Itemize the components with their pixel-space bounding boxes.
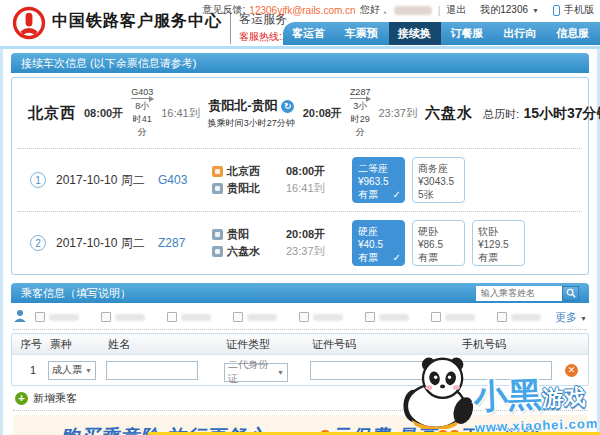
col-id-number: 证件号码 (310, 337, 460, 352)
separator: | (438, 5, 441, 16)
chevron-down-icon: ▼ (85, 367, 92, 374)
col-id-type: 证件类型 (224, 337, 310, 352)
arrow-line-icon (131, 98, 153, 99)
departure-station-icon (212, 166, 223, 177)
add-passenger-button[interactable]: + 新增乘客 (15, 391, 585, 406)
seat-option-second-class[interactable]: 二等座 ¥963.5 有票 ✓ (352, 157, 405, 203)
transfer-duration-note: 换乘时间3小时27分钟 (208, 117, 295, 130)
seat-option-business-class[interactable]: 商务座 ¥3043.5 5张 (412, 157, 465, 203)
dotted-divider (13, 329, 587, 330)
leg2-duration: 3小时29分 (350, 100, 371, 139)
tab-ticket-booking[interactable]: 车票预订 (336, 22, 389, 45)
journey-summary: 北京西 08:00开 G403 8小时41分 16:41到 贵阳北-贵阳 ↻ 换… (12, 78, 588, 148)
top-header: 中国铁路客户服务中心 客运服务 客服热线:12306 意见反馈: 12306yj… (0, 0, 600, 46)
arr-time: 16:41到 (286, 180, 348, 197)
delete-passenger-icon[interactable]: ✕ (565, 364, 578, 377)
train-row-g403: 1 2017-10-10 周二 G403 北京西 贵阳北 08:00开 16:4… (12, 149, 588, 211)
chevron-down-icon[interactable]: ▼ (532, 7, 539, 14)
id-type-select[interactable]: 二代身份证▼ (224, 363, 288, 382)
tab-meal-service[interactable]: 订餐服务 (441, 22, 494, 45)
passenger-table-header: 序号 票种 姓名 证件类型 证件号码 手机号码 (12, 334, 588, 355)
arr-station-name: 贵阳北 (227, 180, 260, 197)
leg1: G403 8小时41分 (131, 87, 153, 139)
person-icon (13, 309, 27, 325)
seat-option-soft-sleeper[interactable]: 软卧 ¥129.5 有票 (472, 220, 525, 266)
total-duration: 总历时: 15小时37分钟 (483, 104, 600, 123)
total-duration-value: 15小时37分钟 (523, 105, 600, 121)
arrival-station-icon (212, 246, 223, 257)
arr-station-name: 六盘水 (227, 243, 260, 260)
transfer-station-block: 贵阳北-贵阳 ↻ 换乘时间3小时27分钟 (208, 97, 295, 130)
train-date: 2017-10-10 周二 (56, 172, 158, 189)
tab-passenger-home[interactable]: 客运首页 (283, 22, 336, 45)
feedback-email-link[interactable]: 12306yjfk@rails.com.cn (249, 5, 355, 16)
train-times: 20:08开 23:37到 (286, 226, 348, 260)
more-passengers-link[interactable]: 更多 ▼ (555, 310, 587, 325)
mobile-version-link[interactable]: 手机版 (564, 3, 594, 17)
seat-option-hard-sleeper[interactable]: 硬卧 ¥86.5 有票 (412, 220, 465, 266)
train-times: 08:00开 16:41到 (286, 163, 348, 197)
passenger-table: 序号 票种 姓名 证件类型 证件号码 手机号码 1 成人票▼ 二代身份证▼ ✕ (11, 333, 589, 386)
id-number-field[interactable] (310, 361, 430, 380)
dep-station-name: 贵阳 (227, 226, 249, 243)
saved-passenger-checkbox[interactable] (101, 312, 145, 322)
tab-info-service[interactable]: 信息服务 (547, 22, 600, 45)
dep-time: 08:00开 (286, 163, 348, 180)
transfer-icon: ↻ (281, 100, 294, 113)
passenger-search-input[interactable] (476, 286, 562, 301)
saved-passenger-checkbox[interactable] (233, 312, 277, 322)
row-index: 1 (18, 364, 48, 376)
content: 接续车次信息 (以下余票信息请参考) 北京西 08:00开 G403 8小时41… (0, 49, 600, 435)
leg1-duration: 8小时41分 (131, 100, 153, 139)
leg2-arrive-time: 23:37到 (378, 106, 417, 121)
passenger-name-redacted (247, 314, 277, 321)
depart-time: 08:00开 (84, 106, 123, 121)
col-name: 姓名 (106, 337, 224, 352)
check-icon: ✓ (393, 251, 401, 264)
passenger-section-title: 乘客信息（填写说明） (21, 283, 131, 303)
tab-transfer[interactable]: 接续换乘 (389, 22, 442, 45)
saved-passenger-checkbox[interactable] (365, 312, 409, 322)
seat-option-hard-seat[interactable]: 硬座 ¥40.5 有票 ✓ (352, 220, 405, 266)
train-stations: 贵阳 六盘水 (212, 226, 286, 260)
train-code-link[interactable]: G403 (158, 173, 212, 187)
row-number-badge: 1 (30, 172, 46, 188)
row-number-badge: 2 (30, 235, 46, 251)
passenger-table-row: 1 成人票▼ 二代身份证▼ ✕ (12, 355, 588, 385)
arrival-station-icon (212, 183, 223, 194)
destination-station: 六盘水 (425, 104, 473, 123)
search-icon[interactable] (562, 286, 579, 301)
dep-time: 20:08开 (286, 226, 348, 243)
plus-icon: + (15, 392, 28, 405)
saved-passenger-checkbox[interactable] (431, 312, 475, 322)
transfer-box: 北京西 08:00开 G403 8小时41分 16:41到 贵阳北-贵阳 ↻ 换… (11, 77, 589, 275)
saved-passenger-row: 更多 ▼ (13, 309, 587, 325)
passenger-name-redacted (49, 314, 79, 321)
saved-passenger-checkbox[interactable] (167, 312, 211, 322)
saved-passenger-checkbox[interactable] (497, 312, 541, 322)
ticket-type-select[interactable]: 成人票▼ (48, 361, 96, 380)
phone-icon (553, 5, 560, 16)
passenger-name-redacted (115, 314, 145, 321)
passenger-section-header: 乘客信息（填写说明） (11, 283, 589, 303)
my-12306-link[interactable]: 我的12306 (480, 3, 528, 17)
tab-travel-guide[interactable]: 出行向导 (494, 22, 547, 45)
brand-title: 中国铁路客户服务中心 (52, 11, 222, 32)
train-code-link[interactable]: Z287 (158, 236, 212, 250)
name-field[interactable] (106, 361, 198, 380)
passenger-name-redacted (511, 314, 541, 321)
chevron-down-icon: ▼ (277, 369, 284, 376)
arrow-line-icon (350, 98, 371, 99)
passenger-name-redacted (379, 314, 409, 321)
dep-station-name: 北京西 (227, 163, 260, 180)
chevron-down-icon: ▼ (580, 315, 587, 322)
passenger-name-redacted (445, 314, 475, 321)
saved-passenger-checkbox[interactable] (299, 312, 343, 322)
phone-field[interactable] (460, 361, 552, 380)
passenger-name-redacted (181, 314, 211, 321)
total-duration-label: 总历时: (483, 108, 519, 120)
saved-passenger-checkbox[interactable] (35, 312, 79, 322)
logout-link[interactable]: 退出 (446, 3, 466, 17)
china-railway-logo-icon[interactable] (12, 6, 46, 44)
page: 中国铁路客户服务中心 客运服务 客服热线:12306 意见反馈: 12306yj… (0, 0, 600, 435)
